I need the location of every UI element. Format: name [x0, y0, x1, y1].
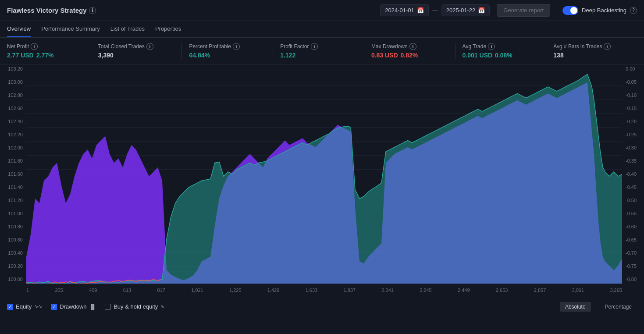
percentage-button[interactable]: Percentage [600, 302, 637, 312]
calendar-icon: 📅 [417, 7, 424, 14]
avg-bars-value: 138 [553, 52, 563, 59]
y-left-label-8: 101.60 [0, 171, 25, 177]
x-label-1: 205 [55, 288, 63, 293]
y-right-label-9: -0.45 [624, 185, 644, 190]
y-right-label-13: -0.65 [624, 237, 644, 242]
metric-pct-profitable-info[interactable]: ℹ [233, 43, 240, 50]
buy-hold-label: Buy & hold equity [114, 303, 158, 310]
drawdown-chart-icon: ▐▌ [89, 304, 96, 309]
absolute-button[interactable]: Absolute [560, 302, 591, 312]
legend-drawdown[interactable]: ✓ Drawdown ▐▌ [51, 303, 96, 310]
y-left-label-15: 100.20 [0, 263, 25, 269]
y-left-label-1: 103.00 [0, 79, 25, 85]
tab-performance-summary[interactable]: Performance Summary [41, 21, 100, 37]
metric-percent-profitable: Percent Profitable ℹ 64.84% [182, 43, 273, 59]
y-right-label-12: -0.60 [624, 224, 644, 229]
calendar-end-icon: 📅 [478, 7, 485, 14]
max-drawdown-value: 0.83 USD [371, 52, 398, 59]
equity-label: Equity [16, 303, 32, 310]
deep-backtesting-toggle[interactable] [562, 6, 578, 15]
max-drawdown-pct: 0.82% [401, 52, 418, 59]
y-right-label-3: -0.15 [624, 106, 644, 111]
y-left-label-4: 102.40 [0, 119, 25, 124]
x-label-11: 2,245 [420, 288, 432, 293]
y-left-label-14: 100.40 [0, 250, 25, 256]
drawdown-checkbox[interactable]: ✓ [51, 304, 57, 310]
buy-hold-checkbox[interactable] [105, 304, 111, 310]
x-label-0: 1 [26, 288, 29, 293]
y-left-label-5: 102.20 [0, 132, 25, 137]
y-left-label-2: 102.80 [0, 92, 25, 98]
x-label-10: 2,041 [381, 288, 394, 293]
net-profit-value: 2.77 USD [7, 52, 34, 59]
x-label-15: 3,061 [572, 288, 584, 293]
x-label-13: 2,653 [496, 288, 508, 293]
strategy-info-icon[interactable]: ℹ [89, 7, 96, 14]
legend-bar: ✓ Equity ∿∿ ✓ Drawdown ▐▌ Buy & hold equ… [0, 297, 644, 316]
legend-equity[interactable]: ✓ Equity ∿∿ [7, 303, 42, 310]
x-label-3: 613 [123, 288, 131, 293]
x-label-12: 2,449 [458, 288, 470, 293]
x-label-7: 1,429 [267, 288, 280, 293]
y-left-label-9: 101.40 [0, 185, 25, 190]
header: Flawless Victory Strategy ℹ 2024-01-01 📅… [0, 0, 644, 21]
metric-max-drawdown-info[interactable]: ℹ [409, 43, 416, 50]
y-axis-left: 103.20 103.00 102.80 102.60 102.40 102.2… [0, 64, 26, 284]
y-left-label-12: 100.80 [0, 224, 25, 229]
y-left-label-6: 102.00 [0, 145, 25, 150]
metric-avg-bars-info[interactable]: ℹ [604, 43, 611, 50]
x-label-6: 1,225 [229, 288, 242, 293]
date-separator: — [432, 7, 438, 14]
tab-properties[interactable]: Properties [155, 21, 181, 37]
y-right-label-14: -0.70 [624, 250, 644, 256]
y-left-label-10: 101.20 [0, 198, 25, 203]
tab-overview[interactable]: Overview [7, 21, 31, 37]
metric-avg-trade-info[interactable]: ℹ [488, 43, 495, 50]
y-left-label-3: 102.60 [0, 106, 25, 111]
metric-net-profit: Net Profit ℹ 2.77 USD 2.77% [7, 43, 91, 59]
date-range: 2024-01-01 📅 — 2025-01-22 📅 Generate rep… [380, 4, 550, 17]
metric-total-closed-trades: Total Closed Trades ℹ 3,390 [91, 43, 182, 59]
date-end-input[interactable]: 2025-01-22 📅 [441, 4, 490, 16]
y-left-label-11: 101.00 [0, 211, 25, 216]
net-profit-pct: 2.77% [36, 52, 54, 59]
y-right-label-11: -0.55 [624, 211, 644, 216]
y-right-label-6: -0.30 [624, 145, 644, 150]
y-right-label-0: 0.00 [624, 66, 644, 71]
equity-chart-icon: ∿∿ [34, 304, 42, 309]
x-label-16: 3,265 [610, 288, 622, 293]
x-label-4: 817 [157, 288, 165, 293]
strategy-title: Flawless Victory Strategy ℹ [7, 7, 96, 14]
profit-factor-value: 1.122 [280, 52, 295, 59]
deep-backtesting-help-icon[interactable]: ? [630, 7, 637, 14]
deep-backtesting-toggle-area: Deep Backtesting ? [562, 6, 637, 15]
x-label-5: 1,021 [191, 288, 203, 293]
metric-net-profit-info[interactable]: ℹ [31, 43, 38, 50]
tab-list-of-trades[interactable]: List of Trades [110, 21, 145, 37]
metric-closed-trades-info[interactable]: ℹ [146, 43, 153, 50]
x-label-2: 409 [89, 288, 97, 293]
y-left-label-13: 100.60 [0, 237, 25, 242]
y-left-label-7: 101.80 [0, 158, 25, 163]
metric-profit-factor-info[interactable]: ℹ [311, 43, 318, 50]
chart-canvas [26, 64, 622, 284]
y-right-label-16: -0.80 [624, 277, 644, 282]
y-right-label-7: -0.35 [624, 158, 644, 163]
date-start-input[interactable]: 2024-01-01 📅 [380, 4, 429, 16]
y-right-label-1: -0.05 [624, 79, 644, 85]
chart-area[interactable]: 103.20 103.00 102.80 102.60 102.40 102.2… [0, 64, 644, 297]
generate-report-button[interactable]: Generate report [497, 4, 550, 17]
y-right-label-5: -0.25 [624, 132, 644, 137]
closed-trades-value: 3,390 [98, 52, 114, 59]
y-right-label-10: -0.50 [624, 198, 644, 203]
equity-checkbox[interactable]: ✓ [7, 304, 13, 310]
x-label-9: 1,837 [344, 288, 356, 293]
x-label-8: 1,633 [306, 288, 318, 293]
pct-profitable-value: 64.84% [189, 52, 210, 59]
buy-hold-icon: ∿ [160, 304, 164, 309]
legend-buy-hold[interactable]: Buy & hold equity ∿ [105, 303, 164, 310]
metric-profit-factor: Profit Factor ℹ 1.122 [273, 43, 364, 59]
y-right-label-8: -0.40 [624, 171, 644, 177]
avg-trade-value: 0.001 USD [463, 52, 492, 59]
x-label-14: 2,857 [534, 288, 546, 293]
